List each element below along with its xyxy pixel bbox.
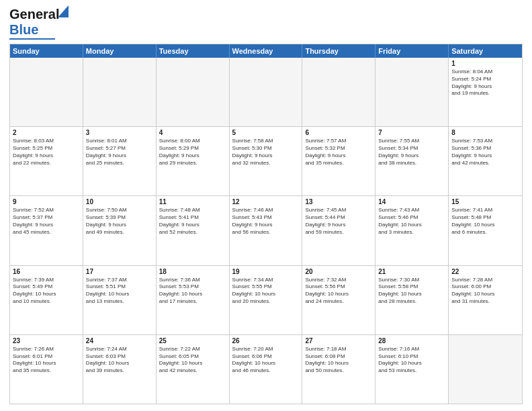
cell-info: Sunrise: 7:28 AM Sunset: 6:00 PM Dayligh…	[451, 277, 519, 306]
dow-wednesday: Wednesday	[230, 44, 303, 58]
header: General Blue	[9, 7, 523, 40]
calendar-body: 1Sunrise: 8:04 AM Sunset: 5:24 PM Daylig…	[10, 58, 522, 404]
logo: General Blue	[9, 7, 59, 40]
calendar-cell: 23Sunrise: 7:26 AM Sunset: 6:01 PM Dayli…	[10, 335, 83, 404]
logo-blue: Blue	[9, 22, 38, 38]
logo-triangle-icon	[58, 5, 69, 17]
calendar-cell: 4Sunrise: 8:00 AM Sunset: 5:29 PM Daylig…	[157, 127, 230, 195]
day-number: 23	[13, 337, 80, 345]
calendar-cell: 15Sunrise: 7:41 AM Sunset: 5:48 PM Dayli…	[449, 196, 522, 265]
day-number: 1	[451, 60, 519, 67]
calendar-cell: 12Sunrise: 7:46 AM Sunset: 5:43 PM Dayli…	[230, 196, 303, 265]
svg-marker-0	[58, 5, 69, 17]
calendar-week-4: 16Sunrise: 7:39 AM Sunset: 5:49 PM Dayli…	[10, 266, 522, 335]
cell-info: Sunrise: 7:53 AM Sunset: 5:36 PM Dayligh…	[451, 138, 519, 167]
calendar-cell: 9Sunrise: 7:52 AM Sunset: 5:37 PM Daylig…	[10, 196, 83, 265]
calendar-week-1: 1Sunrise: 8:04 AM Sunset: 5:24 PM Daylig…	[10, 58, 522, 127]
cell-info: Sunrise: 7:41 AM Sunset: 5:48 PM Dayligh…	[451, 207, 519, 236]
day-number: 21	[378, 268, 445, 275]
calendar-cell: 1Sunrise: 8:04 AM Sunset: 5:24 PM Daylig…	[449, 58, 522, 126]
day-number: 28	[378, 337, 445, 345]
cell-info: Sunrise: 7:22 AM Sunset: 6:05 PM Dayligh…	[159, 346, 226, 375]
calendar-cell	[230, 58, 303, 126]
calendar-cell: 25Sunrise: 7:22 AM Sunset: 6:05 PM Dayli…	[157, 335, 230, 404]
calendar-cell	[302, 58, 375, 126]
dow-tuesday: Tuesday	[157, 44, 230, 58]
cell-info: Sunrise: 7:34 AM Sunset: 5:55 PM Dayligh…	[232, 277, 300, 306]
cell-info: Sunrise: 7:48 AM Sunset: 5:41 PM Dayligh…	[159, 207, 226, 236]
calendar-cell: 6Sunrise: 7:57 AM Sunset: 5:32 PM Daylig…	[302, 127, 375, 195]
day-number: 2	[13, 129, 80, 136]
calendar-cell: 3Sunrise: 8:01 AM Sunset: 5:27 PM Daylig…	[83, 127, 157, 195]
calendar-week-3: 9Sunrise: 7:52 AM Sunset: 5:37 PM Daylig…	[10, 196, 522, 265]
calendar-cell: 7Sunrise: 7:55 AM Sunset: 5:34 PM Daylig…	[375, 127, 449, 195]
calendar-cell: 28Sunrise: 7:16 AM Sunset: 6:10 PM Dayli…	[375, 335, 449, 404]
cell-info: Sunrise: 7:39 AM Sunset: 5:49 PM Dayligh…	[13, 277, 80, 306]
day-number: 16	[13, 268, 80, 275]
calendar-cell: 22Sunrise: 7:28 AM Sunset: 6:00 PM Dayli…	[449, 266, 522, 334]
day-number: 12	[232, 198, 300, 205]
cell-info: Sunrise: 7:55 AM Sunset: 5:34 PM Dayligh…	[378, 138, 445, 167]
calendar-cell: 5Sunrise: 7:58 AM Sunset: 5:30 PM Daylig…	[230, 127, 303, 195]
day-number: 7	[378, 129, 445, 136]
calendar-cell: 10Sunrise: 7:50 AM Sunset: 5:39 PM Dayli…	[83, 196, 157, 265]
calendar-cell: 17Sunrise: 7:37 AM Sunset: 5:51 PM Dayli…	[83, 266, 157, 334]
calendar-cell: 11Sunrise: 7:48 AM Sunset: 5:41 PM Dayli…	[157, 196, 230, 265]
calendar-week-5: 23Sunrise: 7:26 AM Sunset: 6:01 PM Dayli…	[10, 335, 522, 404]
day-number: 11	[159, 198, 226, 205]
day-number: 19	[232, 268, 300, 275]
day-number: 8	[451, 129, 519, 136]
day-number: 17	[86, 268, 153, 275]
calendar: Sunday Monday Tuesday Wednesday Thursday…	[9, 44, 523, 404]
cell-info: Sunrise: 7:30 AM Sunset: 5:58 PM Dayligh…	[378, 277, 445, 306]
calendar-week-2: 2Sunrise: 8:03 AM Sunset: 5:25 PM Daylig…	[10, 127, 522, 196]
calendar-header: Sunday Monday Tuesday Wednesday Thursday…	[10, 44, 522, 58]
cell-info: Sunrise: 7:24 AM Sunset: 6:03 PM Dayligh…	[86, 346, 153, 375]
cell-info: Sunrise: 7:16 AM Sunset: 6:10 PM Dayligh…	[378, 346, 445, 375]
day-number: 26	[232, 337, 300, 345]
cell-info: Sunrise: 7:36 AM Sunset: 5:53 PM Dayligh…	[159, 277, 226, 306]
cell-info: Sunrise: 7:37 AM Sunset: 5:51 PM Dayligh…	[86, 277, 153, 306]
day-number: 27	[305, 337, 372, 345]
cell-info: Sunrise: 7:32 AM Sunset: 5:56 PM Dayligh…	[305, 277, 372, 306]
dow-friday: Friday	[375, 44, 449, 58]
day-number: 14	[378, 198, 445, 205]
cell-info: Sunrise: 8:04 AM Sunset: 5:24 PM Dayligh…	[451, 68, 519, 97]
page: General Blue Sunday Monday Tuesday Wedne…	[0, 0, 532, 411]
calendar-cell: 18Sunrise: 7:36 AM Sunset: 5:53 PM Dayli…	[157, 266, 230, 334]
calendar-cell: 2Sunrise: 8:03 AM Sunset: 5:25 PM Daylig…	[10, 127, 83, 195]
cell-info: Sunrise: 7:46 AM Sunset: 5:43 PM Dayligh…	[232, 207, 300, 236]
calendar-cell: 24Sunrise: 7:24 AM Sunset: 6:03 PM Dayli…	[83, 335, 157, 404]
dow-thursday: Thursday	[302, 44, 375, 58]
day-number: 6	[305, 129, 372, 136]
cell-info: Sunrise: 8:03 AM Sunset: 5:25 PM Dayligh…	[13, 138, 80, 167]
day-number: 9	[13, 198, 80, 205]
day-number: 15	[451, 198, 519, 205]
dow-sunday: Sunday	[10, 44, 83, 58]
day-number: 24	[86, 337, 153, 345]
cell-info: Sunrise: 7:45 AM Sunset: 5:44 PM Dayligh…	[305, 207, 372, 236]
calendar-cell: 19Sunrise: 7:34 AM Sunset: 5:55 PM Dayli…	[230, 266, 303, 334]
calendar-cell	[10, 58, 83, 126]
logo-underline	[9, 38, 55, 40]
calendar-cell: 8Sunrise: 7:53 AM Sunset: 5:36 PM Daylig…	[449, 127, 522, 195]
calendar-cell	[157, 58, 230, 126]
calendar-cell: 26Sunrise: 7:20 AM Sunset: 6:06 PM Dayli…	[230, 335, 303, 404]
day-number: 13	[305, 198, 372, 205]
cell-info: Sunrise: 8:01 AM Sunset: 5:27 PM Dayligh…	[86, 138, 153, 167]
calendar-cell: 13Sunrise: 7:45 AM Sunset: 5:44 PM Dayli…	[302, 196, 375, 265]
day-number: 3	[86, 129, 153, 136]
cell-info: Sunrise: 7:43 AM Sunset: 5:46 PM Dayligh…	[378, 207, 445, 236]
day-number: 10	[86, 198, 153, 205]
day-number: 4	[159, 129, 226, 136]
calendar-cell	[83, 58, 157, 126]
day-number: 25	[159, 337, 226, 345]
calendar-cell	[375, 58, 449, 126]
cell-info: Sunrise: 7:52 AM Sunset: 5:37 PM Dayligh…	[13, 207, 80, 236]
calendar-cell: 21Sunrise: 7:30 AM Sunset: 5:58 PM Dayli…	[375, 266, 449, 334]
cell-info: Sunrise: 7:57 AM Sunset: 5:32 PM Dayligh…	[305, 138, 372, 167]
calendar-cell: 14Sunrise: 7:43 AM Sunset: 5:46 PM Dayli…	[375, 196, 449, 265]
day-number: 22	[451, 268, 519, 275]
calendar-cell	[449, 335, 522, 404]
cell-info: Sunrise: 7:50 AM Sunset: 5:39 PM Dayligh…	[86, 207, 153, 236]
